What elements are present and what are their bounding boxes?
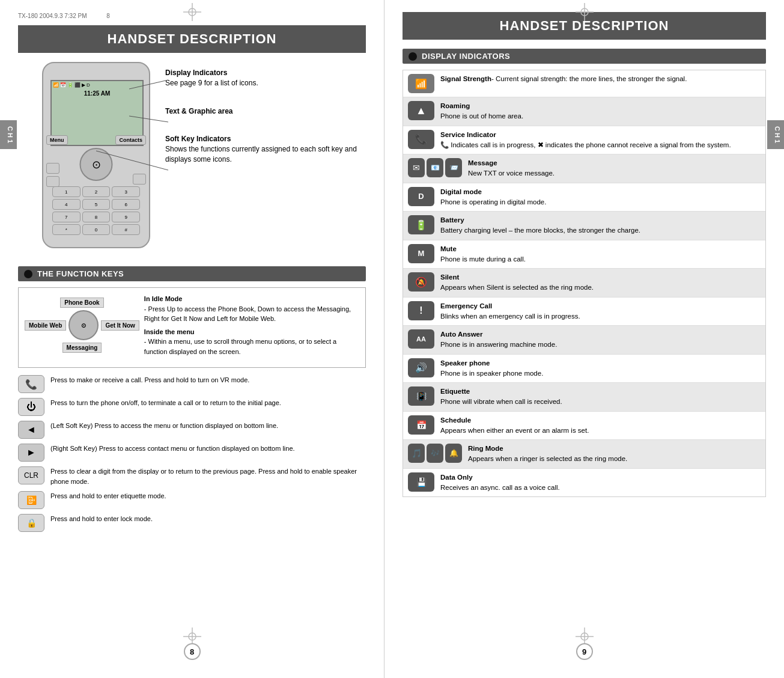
lock-key-icon: 🔒 xyxy=(18,514,44,532)
lock-key-desc: Press and hold to enter lock mode. xyxy=(50,514,366,524)
display-indicators-header: DISPLAY INDICATORS xyxy=(403,49,766,64)
digital-mode-icon: D xyxy=(408,187,434,206)
section-bullet xyxy=(24,270,32,278)
indicator-schedule: 📅 Schedule Appears when either an event … xyxy=(403,412,765,441)
key-row-right-soft: ► (Right Soft Key) Press to access conta… xyxy=(18,444,366,462)
etiquette-key-icon: 📴 xyxy=(18,491,44,509)
silent-text: Silent Appears when Silent is selected a… xyxy=(440,272,594,293)
function-keys-box: Phone Book Mobile Web ⊙ Get It Now Messa… xyxy=(18,287,366,368)
service-text: Service Indicator 📞 Indicates call is in… xyxy=(440,130,731,151)
key-row-call: 📞 Press to make or receive a call. Press… xyxy=(18,375,366,393)
fk-messaging-label: Messaging xyxy=(62,343,102,353)
data-only-text: Data Only Receives an async. call as a v… xyxy=(440,472,560,493)
fk-nav-area: Phone Book Mobile Web ⊙ Get It Now Messa… xyxy=(25,298,139,353)
indicator-service: 📞 Service Indicator 📞 Indicates call is … xyxy=(403,126,765,155)
indicator-speaker: 🔊 Speaker phone Phone is in speaker phon… xyxy=(403,355,765,383)
key-rows-container: 📞 Press to make or receive a call. Press… xyxy=(18,375,366,532)
key-9[interactable]: 9 xyxy=(112,212,140,222)
key-row-left-soft: ◄ (Left Soft Key) Press to access the me… xyxy=(18,421,366,439)
etiquette-icon: 📳 xyxy=(408,386,434,406)
key-2[interactable]: 2 xyxy=(82,186,111,197)
message-icon-1: ✉ xyxy=(408,158,425,177)
indicator-silent: 🔕 Silent Appears when Silent is selected… xyxy=(403,269,765,298)
phone-diagram: 📶📅🔋⬛▶D 11:25 AM Menu Contacts ⊙ xyxy=(36,62,366,254)
indicator-signal-strength: 📶 Signal Strength- Current signal streng… xyxy=(403,70,765,97)
key-star[interactable]: * xyxy=(52,224,81,235)
etiquette-text: Etiquette Phone will vibrate when call i… xyxy=(440,386,562,408)
right-page: C H 1 HANDSET DESCRIPTION DISPLAY INDICA… xyxy=(384,0,784,678)
mute-icon: M xyxy=(408,244,434,263)
auto-answer-text: Auto Answer Phone is in answering machin… xyxy=(440,329,557,350)
right-soft-key-icon: ► xyxy=(18,444,44,462)
indicator-message: ✉ 📧 📨 Message New TXT or voice message. xyxy=(403,154,765,183)
nav-circle[interactable]: ⊙ xyxy=(80,148,113,181)
emergency-text: Emergency Call Blinks when an emergency … xyxy=(440,301,580,322)
fk-mobileweb-label: Mobile Web xyxy=(25,320,66,331)
signal-strength-icon: 📶 xyxy=(408,74,434,93)
key-5[interactable]: 5 xyxy=(82,199,111,210)
call-key-icon: 📞 xyxy=(18,375,44,393)
indicator-auto-answer: AA Auto Answer Phone is in answering mac… xyxy=(403,326,765,355)
indicator-ring-mode: 🎵 🎶 🔔 Ring Mode Appears when a ringer is… xyxy=(403,440,765,469)
left-soft-key-desc: (Left Soft Key) Press to access the menu… xyxy=(50,421,366,431)
key-1[interactable]: 1 xyxy=(52,186,81,197)
key-7[interactable]: 7 xyxy=(52,212,81,222)
key-hash[interactable]: # xyxy=(112,224,140,235)
indicator-emergency: ! Emergency Call Blinks when an emergenc… xyxy=(403,298,765,326)
key-8[interactable]: 8 xyxy=(82,212,111,222)
speaker-text: Speaker phone Phone is in speaker phone … xyxy=(440,358,543,379)
key-row-etiquette: 📴 Press and hold to enter etiquette mode… xyxy=(18,491,366,509)
speaker-icon: 🔊 xyxy=(408,358,434,377)
key-6[interactable]: 6 xyxy=(112,199,140,210)
right-soft-key-desc: (Right Soft Key) Press to access contact… xyxy=(50,444,366,454)
key-3[interactable]: 3 xyxy=(112,186,140,197)
message-text: Message New TXT or voice message. xyxy=(468,158,555,179)
key-row-power: ⏻ Press to turn the phone on/off, to ter… xyxy=(18,398,366,416)
indicators-container: 📶 Signal Strength- Current signal streng… xyxy=(403,70,766,497)
indicator-battery: 🔋 Battery Battery charging level – the m… xyxy=(403,212,765,240)
ring-icon-3: 🔔 xyxy=(445,444,462,463)
display-section-bullet xyxy=(409,52,417,61)
ring-mode-text: Ring Mode Appears when a ringer is selec… xyxy=(468,444,627,465)
left-page-title: HANDSET DESCRIPTION xyxy=(18,25,366,53)
ring-mode-icons: 🎵 🎶 🔔 xyxy=(408,444,462,463)
ring-icon-2: 🎶 xyxy=(427,444,443,463)
emergency-icon: ! xyxy=(408,301,434,320)
annotation-soft-key: Soft Key Indicators Shows the functions … xyxy=(165,134,366,164)
call-key-desc: Press to make or receive a call. Press a… xyxy=(50,375,366,385)
left-page: C H 1 TX-180 2004.9.3 7:32 PM 8 HANDSET … xyxy=(0,0,384,678)
roaming-icon: ▲ xyxy=(408,101,434,120)
key-4[interactable]: 4 xyxy=(52,199,81,210)
message-icon-3: 📨 xyxy=(445,158,462,177)
fk-description: In Idle Mode - Press Up to access the Ph… xyxy=(144,294,359,356)
crosshair-top-left xyxy=(183,3,201,23)
power-key-desc: Press to turn the phone on/off, to termi… xyxy=(50,398,366,408)
data-only-icon: 💾 xyxy=(408,472,434,492)
ring-icon-1: 🎵 xyxy=(408,444,425,463)
indicator-digital-mode: D Digital mode Phone is operating in dig… xyxy=(403,183,765,212)
fk-diagram: Phone Book Mobile Web ⊙ Get It Now Messa… xyxy=(25,294,359,356)
roaming-text: Roaming Phone is out of home area. xyxy=(440,101,523,122)
annotations-area: Display Indicators See page 9 for a list… xyxy=(156,68,366,165)
key-0[interactable]: 0 xyxy=(82,224,111,235)
silent-icon: 🔕 xyxy=(408,272,434,292)
digital-mode-text: Digital mode Phone is operating in digit… xyxy=(440,187,546,208)
chapter-tab-right: C H 1 xyxy=(767,120,784,149)
fk-nav-circle[interactable]: ⊙ xyxy=(68,310,99,340)
menu-softkey[interactable]: Menu xyxy=(46,135,68,145)
indicator-mute: M Mute Phone is mute during a call. xyxy=(403,240,765,269)
indicator-data-only: 💾 Data Only Receives an async. call as a… xyxy=(403,469,765,497)
key-row-lock: 🔒 Press and hold to enter lock mode. xyxy=(18,514,366,532)
indicator-etiquette: 📳 Etiquette Phone will vibrate when call… xyxy=(403,383,765,412)
message-icon-2: 📧 xyxy=(427,158,443,177)
contacts-softkey[interactable]: Contacts xyxy=(115,135,146,145)
annotation-display-indicators: Display Indicators See page 9 for a list… xyxy=(165,68,366,88)
message-icons: ✉ 📧 📨 xyxy=(408,158,462,177)
clear-key-desc: Press to clear a digit from the display … xyxy=(50,466,366,486)
auto-answer-icon: AA xyxy=(408,329,434,349)
signal-strength-text: Signal Strength- Current signal strength… xyxy=(440,74,687,84)
chapter-tab-left: C H 1 xyxy=(0,120,17,149)
etiquette-key-desc: Press and hold to enter etiquette mode. xyxy=(50,491,366,501)
schedule-text: Schedule Appears when either an event or… xyxy=(440,415,589,436)
annotation-text-graphic: Text & Graphic area xyxy=(165,106,366,117)
